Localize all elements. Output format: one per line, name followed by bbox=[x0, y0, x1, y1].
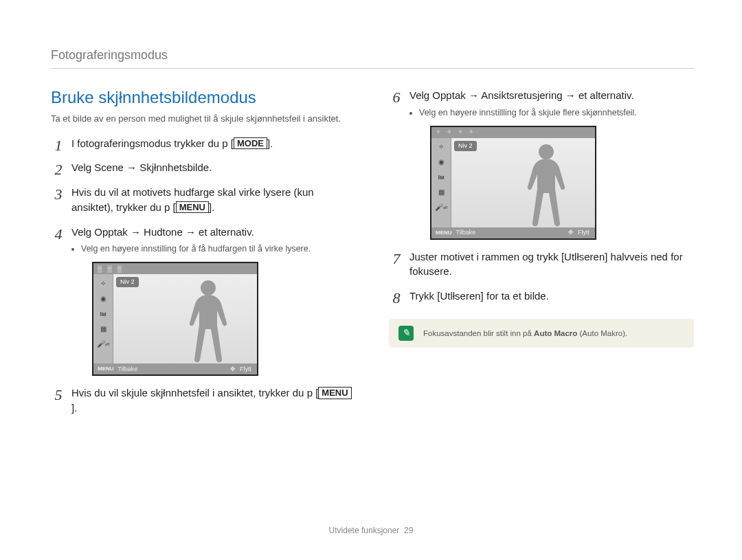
menu-button-label: MENU bbox=[176, 201, 209, 214]
move-label: Flytt bbox=[240, 365, 251, 374]
step-text: Juster motivet i rammen og trykk [Utlłse… bbox=[409, 251, 683, 278]
lcd-topbar: ▒ ▒ ▒ bbox=[93, 263, 257, 274]
dpad-icon: ✥ bbox=[230, 365, 236, 374]
info-text: Fokusavstanden blir stilt inn på Auto Ma… bbox=[423, 329, 627, 337]
lcd-preview-retouch: ✧ ✧ ✧ ✧ ✧ ◉ Iм ▦ 🎤off bbox=[430, 126, 596, 240]
retouch-level-icon: ✧ bbox=[469, 128, 475, 137]
retouch-level-icon: ✧ bbox=[447, 128, 453, 137]
lcd-canvas: Niv 2 bbox=[113, 274, 257, 363]
face-level-icon: ▒ bbox=[117, 265, 123, 273]
step-7: Juster motivet i rammen og trykk [Utlłse… bbox=[389, 249, 694, 280]
step-6-sub: Velg en høyere innstillling for å skjule… bbox=[409, 107, 694, 119]
svg-point-1 bbox=[539, 144, 554, 159]
step-3: Hvis du vil at motivets hudfarge skal vi… bbox=[51, 185, 356, 215]
step-text-post: ]. bbox=[71, 402, 77, 414]
back-label: Tilbake bbox=[456, 228, 476, 237]
svg-point-0 bbox=[201, 280, 216, 295]
step-6: Velg Opptak → Ansiktsretusjering → et al… bbox=[389, 88, 694, 240]
step-2: Velg Scene → Skjłnnhetsbilde. bbox=[51, 160, 356, 175]
step-4-sub-item: Velg en høyere innstilling for å få hudf… bbox=[81, 243, 356, 255]
lcd-sidebar: ✧ ◉ Iм ▦ 🎤off bbox=[93, 274, 113, 363]
step-4-sub: Velg en høyere innstilling for å få hudf… bbox=[71, 243, 356, 255]
face-level-icon: ▒ bbox=[98, 265, 103, 273]
lcd-statusbar: MENU Tilbake ✥ Flytt bbox=[93, 363, 257, 374]
mic-off-icon: 🎤off bbox=[97, 339, 109, 350]
exposure-icon: ✧ bbox=[435, 142, 447, 153]
retouch-level-icon: ✧ bbox=[436, 128, 442, 137]
manual-page: Fotograferingsmodus Bruke skjłnnhetsbild… bbox=[0, 0, 742, 560]
lcd-topbar: ✧ ✧ ✧ ✧ bbox=[431, 127, 595, 138]
exposure-icon: ✧ bbox=[97, 278, 109, 289]
size-icon: Iм bbox=[97, 309, 109, 320]
steps-left: I fotograferingsmodus trykker du p [MODE… bbox=[51, 136, 356, 416]
menu-key-icon: MENU bbox=[436, 229, 452, 237]
lead-text: Ta et bilde av en person med mulighet ti… bbox=[51, 113, 356, 125]
step-text: I fotograferingsmodus trykker du p [ bbox=[71, 137, 234, 149]
grid-icon: ▦ bbox=[435, 188, 447, 199]
mic-off-icon: 🎤off bbox=[435, 203, 447, 214]
person-silhouette-icon bbox=[519, 142, 573, 227]
level-pill: Niv 2 bbox=[116, 277, 139, 287]
grid-icon: ▦ bbox=[97, 324, 109, 335]
step-1: I fotograferingsmodus trykker du p [MODE… bbox=[51, 136, 356, 151]
footer-section: Utvidete funksjoner bbox=[329, 526, 400, 535]
focus-icon: ◉ bbox=[97, 293, 109, 304]
right-column: Velg Opptak → Ansiktsretusjering → et al… bbox=[389, 88, 694, 425]
person-silhouette-icon bbox=[181, 278, 235, 363]
lcd-statusbar: MENU Tilbake ✥ Flytt bbox=[431, 227, 595, 238]
focus-icon: ◉ bbox=[435, 157, 447, 168]
step-text-post: ]. bbox=[209, 201, 214, 213]
breadcrumb: Fotograferingsmodus bbox=[51, 48, 694, 69]
dpad-icon: ✥ bbox=[568, 228, 574, 237]
left-column: Bruke skjłnnhetsbildemodus Ta et bilde a… bbox=[51, 88, 356, 425]
step-text: Velg Scene → Skjłnnhetsbilde. bbox=[71, 161, 212, 173]
back-label: Tilbake bbox=[118, 365, 138, 374]
step-text: Hvis du vil skjule skjłnnhetsfeil i ansi… bbox=[71, 387, 318, 399]
step-text: Velg Opptak → Ansiktsretusjering → et al… bbox=[409, 89, 634, 101]
info-text-pre: Fokusavstanden blir stilt inn på bbox=[423, 329, 534, 337]
retouch-level-icon: ✧ bbox=[458, 128, 464, 137]
menu-key-icon: MENU bbox=[98, 365, 114, 373]
face-level-icon: ▒ bbox=[107, 265, 113, 273]
steps-right: Velg Opptak → Ansiktsretusjering → et al… bbox=[389, 88, 694, 304]
step-8: Trykk [Utlłseren] for ta et bilde. bbox=[389, 289, 694, 304]
step-6-sub-item: Velg en høyere innstillling for å skjule… bbox=[419, 107, 694, 119]
content-columns: Bruke skjłnnhetsbildemodus Ta et bilde a… bbox=[51, 88, 694, 425]
level-pill: Niv 2 bbox=[454, 141, 477, 151]
info-callout: ✎ Fokusavstanden blir stilt inn på Auto … bbox=[389, 319, 694, 348]
move-label: Flytt bbox=[578, 228, 589, 237]
page-footer: Utvidete funksjoner 29 bbox=[0, 526, 742, 535]
info-icon: ✎ bbox=[398, 326, 414, 341]
step-5: Hvis du vil skjule skjłnnhetsfeil i ansi… bbox=[51, 385, 356, 416]
mode-button-label: MODE bbox=[234, 137, 267, 150]
step-text: Velg Opptak → Hudtone → et alternativ. bbox=[71, 226, 254, 238]
size-icon: Iм bbox=[435, 172, 447, 183]
lcd-canvas: Niv 2 bbox=[451, 138, 595, 227]
step-text-post: ]. bbox=[267, 137, 273, 149]
lcd-sidebar: ✧ ◉ Iм ▦ 🎤off bbox=[431, 138, 451, 227]
page-title: Bruke skjłnnhetsbildemodus bbox=[51, 88, 356, 107]
menu-button-label: MENU bbox=[318, 387, 351, 399]
step-4: Velg Opptak → Hudtone → et alternativ. V… bbox=[51, 225, 356, 377]
step-text: Trykk [Utlłseren] for ta et bilde. bbox=[409, 290, 549, 302]
footer-page-number: 29 bbox=[404, 526, 413, 535]
info-text-bold: Auto Macro bbox=[534, 329, 577, 337]
info-text-post: (Auto Makro). bbox=[577, 329, 627, 337]
lcd-preview-skintone: ▒ ▒ ▒ ✧ ◉ Iм ▦ 🎤off bbox=[92, 262, 258, 376]
